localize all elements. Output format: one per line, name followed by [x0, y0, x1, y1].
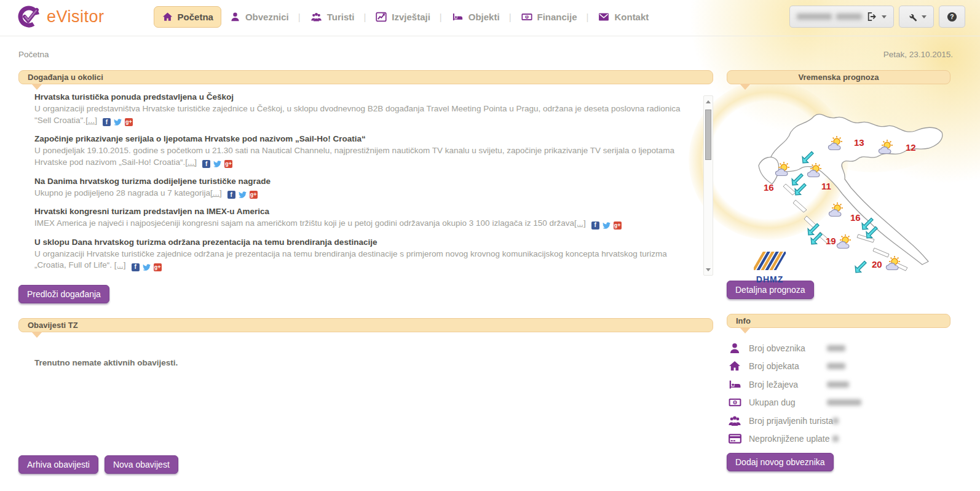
read-more-link[interactable]: [...] [210, 188, 222, 198]
list-item: Na Danima hrvatskog turizma dodijeljene … [34, 177, 697, 199]
facebook-icon[interactable]: f [227, 191, 235, 199]
breadcrumb: Početna [18, 50, 49, 59]
googleplus-icon[interactable]: g+ [154, 263, 162, 271]
twitter-icon[interactable] [143, 263, 151, 271]
add-new-obligor-button[interactable]: Dodaj novog obveznika [727, 453, 834, 471]
dhmz-logo-icon [754, 250, 786, 271]
suncloud-icon [805, 162, 830, 179]
person-icon [728, 341, 741, 355]
notices-panel-header: Obavijesti TZ [18, 318, 713, 332]
googleplus-icon[interactable]: g+ [224, 160, 232, 168]
help-button[interactable] [939, 6, 965, 28]
home-icon [728, 359, 741, 373]
wind-arrow-icon [866, 226, 879, 239]
bed-icon [728, 378, 742, 391]
dhmz-logo: DHMZ [746, 250, 793, 284]
twitter-icon[interactable] [114, 118, 122, 126]
nav-label: Obveznici [245, 12, 289, 22]
news-body: U organizaciji Hrvatske turističke zajed… [34, 249, 697, 271]
news-text: Ukupno je podijeljeno 28 nagrada u 7 kat… [34, 188, 210, 198]
info-value-redacted [832, 418, 839, 424]
news-text: U ponedjeljak 19.10.2015. godine s počet… [34, 146, 674, 167]
chart-icon [375, 11, 387, 23]
twitter-icon[interactable] [603, 222, 611, 230]
info-label: Broj ležajeva [749, 380, 798, 389]
nav-item-financije[interactable]: Financije [513, 6, 585, 28]
read-more-link[interactable]: [...] [85, 116, 97, 125]
info-label: Broj prijavljenih turista [749, 416, 833, 426]
suncloud-icon [877, 138, 901, 156]
nav-label: Turisti [327, 12, 355, 22]
nav-separator: | [363, 12, 366, 22]
main-nav: Početna Obveznici | Turisti | Izvještaji… [154, 6, 657, 28]
nav-item-izvjestaji[interactable]: Izvještaji [367, 6, 438, 28]
read-more-link[interactable]: [...] [114, 260, 126, 269]
current-date: Petak, 23.10.2015. [883, 50, 953, 59]
googleplus-icon[interactable]: g+ [250, 191, 258, 199]
nav-label: Objekti [468, 12, 500, 22]
nav-item-pocetna[interactable]: Početna [154, 6, 221, 28]
read-more-link[interactable]: [...] [185, 158, 197, 167]
wind-arrow-icon [802, 151, 815, 164]
events-list-container: Hrvatska turistička ponuda predstavljena… [18, 92, 713, 279]
nav-item-kontakt[interactable]: Kontakt [590, 6, 657, 28]
people-icon [310, 11, 323, 23]
card-icon [728, 432, 742, 445]
nav-label: Kontakt [614, 12, 649, 22]
share-icons: fg+ [103, 118, 133, 126]
wrench-icon [906, 11, 917, 22]
evisitor-logo-icon [17, 4, 42, 30]
person-icon [229, 11, 241, 23]
info-row-ukupan-dug: Ukupan dug [727, 394, 950, 412]
info-label: Ukupan dug [749, 397, 796, 407]
settings-button[interactable] [899, 6, 934, 28]
nav-item-turisti[interactable]: Turisti [302, 6, 363, 28]
temperature-label: 12 [906, 142, 916, 153]
twitter-icon[interactable] [239, 191, 247, 199]
notices-archive-button[interactable]: Arhiva obavijesti [18, 455, 98, 474]
list-item: Hrvatski kongresni turizam predstavljen … [34, 207, 697, 230]
nav-separator: | [587, 12, 589, 22]
info-value-redacted [827, 399, 861, 405]
news-title: Hrvatska turistička ponuda predstavljena… [34, 92, 697, 102]
info-label: Neproknjižene uplate [749, 434, 830, 444]
question-mark-icon [946, 11, 958, 23]
share-icons: fg+ [132, 263, 162, 271]
nav-separator: | [509, 12, 512, 22]
list-item: Hrvatska turistička ponuda predstavljena… [34, 92, 697, 126]
twitter-icon[interactable] [213, 160, 221, 168]
facebook-icon[interactable]: f [132, 263, 140, 271]
facebook-icon[interactable]: f [103, 118, 111, 126]
wind-arrow-icon [794, 183, 808, 196]
nav-item-objekti[interactable]: Objekti [443, 6, 508, 28]
top-right-tools [789, 6, 965, 28]
news-title: Hrvatski kongresni turizam predstavljen … [34, 207, 697, 216]
info-row-broj-objekata: Broj objekata [727, 357, 950, 376]
nav-item-obveznici[interactable]: Obveznici [221, 6, 297, 28]
suggest-events-button[interactable]: Predloži događanja [18, 285, 109, 303]
user-menu-button[interactable] [789, 6, 894, 28]
facebook-icon[interactable]: f [591, 222, 599, 230]
user-name-redacted [797, 14, 832, 20]
logout-icon [866, 11, 877, 22]
home-icon [162, 11, 173, 23]
envelope-icon [598, 11, 610, 23]
evisitor-logo[interactable]: eVisitor [17, 4, 105, 30]
weather-map: 13 12 16 11 16 19 20 [727, 92, 950, 279]
events-scrollbar[interactable] [703, 95, 713, 276]
facebook-icon[interactable]: f [202, 160, 210, 168]
news-text: IMEX America je najveći i najposjećeniji… [34, 218, 574, 228]
news-body: U organizaciji predstavništva Hrvatske t… [34, 103, 697, 126]
info-row-broj-prijavljenih-turista: Broj prijavljenih turista [727, 412, 950, 430]
news-text: U organizaciji Hrvatske turističke zajed… [34, 249, 667, 270]
scroll-down-arrow[interactable] [704, 265, 713, 274]
googleplus-icon[interactable]: g+ [614, 222, 622, 230]
new-notice-button[interactable]: Nova obavijest [105, 455, 178, 474]
scrollbar-thumb[interactable] [705, 110, 711, 160]
read-more-link[interactable]: [...] [574, 218, 586, 228]
nav-label: Financije [537, 12, 577, 22]
info-stats: Broj obveznika Broj objekata Broj ležaje… [727, 339, 950, 448]
nav-separator: | [298, 12, 301, 22]
googleplus-icon[interactable]: g+ [125, 118, 133, 126]
scroll-up-arrow[interactable] [704, 97, 713, 106]
